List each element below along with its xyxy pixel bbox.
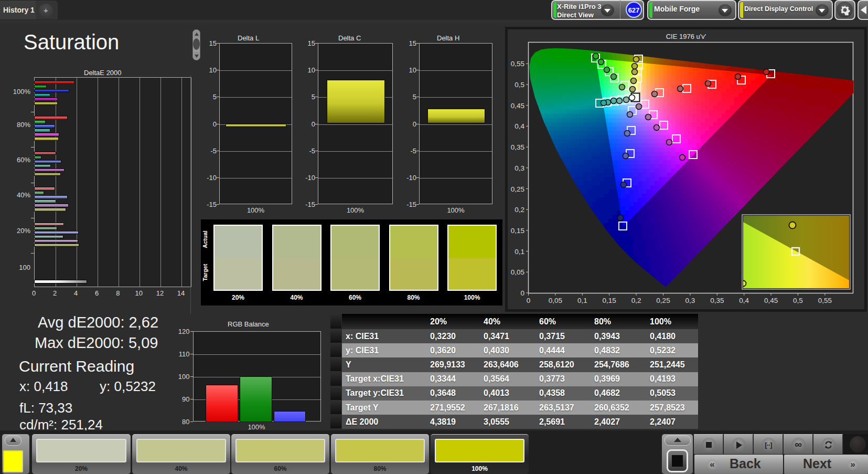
svg-text:0,55: 0,55 bbox=[818, 297, 832, 304]
svg-text:0,15: 0,15 bbox=[511, 227, 524, 235]
svg-text:0,3: 0,3 bbox=[685, 297, 695, 304]
svg-text:0,15: 0,15 bbox=[603, 297, 616, 304]
svg-text:0,35: 0,35 bbox=[710, 297, 724, 304]
svg-text:0,5: 0,5 bbox=[515, 81, 524, 89]
svg-text:0,2: 0,2 bbox=[515, 206, 524, 214]
svg-text:0,25: 0,25 bbox=[511, 185, 524, 193]
svg-text:0: 0 bbox=[520, 289, 524, 297]
svg-text:0,05: 0,05 bbox=[549, 297, 562, 304]
svg-text:0: 0 bbox=[527, 297, 531, 304]
svg-text:0,1: 0,1 bbox=[577, 297, 587, 304]
svg-text:0,5: 0,5 bbox=[793, 297, 803, 304]
svg-text:0,45: 0,45 bbox=[511, 102, 524, 110]
svg-text:0,2: 0,2 bbox=[631, 297, 641, 304]
svg-text:0,05: 0,05 bbox=[511, 268, 524, 276]
svg-text:0,3: 0,3 bbox=[515, 164, 524, 172]
svg-text:0,25: 0,25 bbox=[656, 297, 670, 304]
svg-text:0,55: 0,55 bbox=[511, 60, 524, 68]
svg-text:0,35: 0,35 bbox=[511, 143, 524, 151]
svg-text:0,1: 0,1 bbox=[515, 248, 524, 256]
svg-text:0,4: 0,4 bbox=[739, 297, 749, 304]
svg-text:0,4: 0,4 bbox=[515, 122, 524, 130]
svg-text:0,45: 0,45 bbox=[764, 297, 778, 304]
